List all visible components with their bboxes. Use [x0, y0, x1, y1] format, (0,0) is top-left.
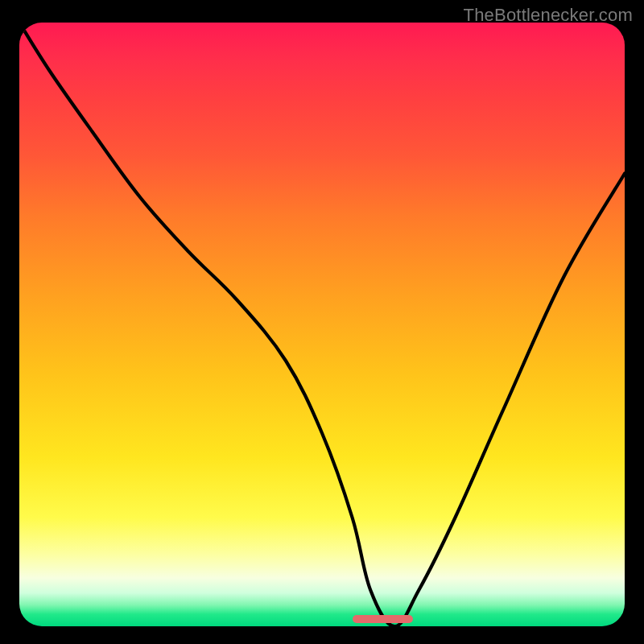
curve-path — [19, 23, 625, 626]
plot-area — [19, 23, 625, 626]
watermark-text: TheBottlenecker.com — [464, 5, 633, 26]
optimal-range-marker — [353, 615, 413, 623]
chart-container: TheBottlenecker.com — [0, 0, 644, 644]
bottleneck-curve — [19, 23, 625, 626]
